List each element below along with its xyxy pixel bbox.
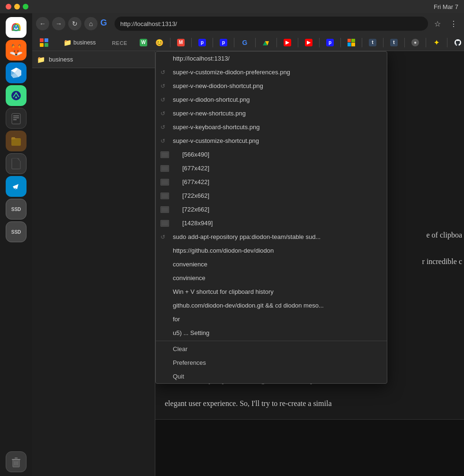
preferences-button[interactable]: Preferences <box>156 356 387 370</box>
forward-button[interactable]: → <box>52 17 65 30</box>
clipboard-item-5[interactable]: ↺ super-v-keyboard-shortcuts.png <box>156 120 387 134</box>
bookmark-p3[interactable]: p <box>322 37 338 48</box>
clipboard-item-1[interactable]: ↺ super-v-customize-diodon-preferences.p… <box>156 65 387 79</box>
clipboard-item-6-text: super-v-customize-shortcut.png <box>173 137 259 144</box>
bookmark-google[interactable]: G <box>237 37 252 48</box>
bookmark-business[interactable]: 📁 business <box>60 37 99 48</box>
bookmark-yt2[interactable]: ▶ <box>301 37 316 48</box>
clipboard-item-2-text: super-v-new-diodon-shortcut.png <box>173 82 263 89</box>
home-button[interactable]: ⌂ <box>84 17 98 30</box>
github-favicon <box>454 39 462 46</box>
bookmark-div9 <box>319 38 320 47</box>
clipboard-item-3[interactable]: ↺ super-v-diodon-shortcut.png <box>156 93 387 106</box>
bookmark-div13 <box>404 38 405 47</box>
clipboard-item-19[interactable]: for <box>156 312 387 326</box>
thumbnail-icon-11 <box>161 206 169 213</box>
clear-label: Clear <box>173 345 187 353</box>
dock-android-studio[interactable] <box>6 85 27 106</box>
traffic-light-green[interactable] <box>23 4 28 9</box>
clipboard-item-12[interactable]: ↺ [1428x949] <box>156 216 387 230</box>
clipboard-item-2[interactable]: ↺ super-v-new-diodon-shortcut.png <box>156 79 387 93</box>
dock-files[interactable] <box>6 131 27 151</box>
apps-grid-icon <box>40 38 48 47</box>
clipboard-item-18[interactable]: github.com/diodon-dev/diodon.git && cd d… <box>156 299 387 312</box>
circle-favicon: ● <box>411 39 419 46</box>
bottom-screenshot <box>155 419 464 476</box>
toolbar-menu-icon[interactable]: ⋮ <box>447 17 460 30</box>
clipboard-item-15[interactable]: convenience <box>156 257 387 271</box>
bookmark-circle[interactable]: ● <box>408 37 423 48</box>
history-icon-5: ↺ <box>161 124 165 131</box>
clipboard-item-17[interactable]: Win + V shortcut for clipboard history <box>156 285 387 299</box>
clear-button[interactable]: Clear <box>156 342 387 356</box>
address-bar[interactable] <box>115 17 428 31</box>
bookmark-div4 <box>213 38 213 47</box>
clipboard-item-7-text: [566x490] <box>173 151 209 158</box>
sidebar-header: 📁 business <box>32 51 155 68</box>
bookmark-p2[interactable]: p <box>216 37 231 48</box>
bookmark-t1[interactable]: t <box>365 37 380 48</box>
bookmark-star[interactable]: ✦ <box>429 37 444 48</box>
dock-vscode[interactable] <box>6 62 27 83</box>
bookmark-ms[interactable] <box>344 37 359 48</box>
dock-ssd1[interactable]: SSD <box>6 199 27 220</box>
clipboard-item-9[interactable]: ↺ [677x422] <box>156 175 387 189</box>
dock-firefox[interactable]: 🦊 <box>6 40 27 61</box>
dock-notes[interactable] <box>6 108 27 129</box>
star-favicon: ✦ <box>433 39 440 46</box>
bookmark-github[interactable] <box>450 37 464 48</box>
traffic-light-red[interactable] <box>6 4 11 9</box>
dock-trash[interactable] <box>6 451 27 472</box>
browser-window: ← → ↻ ⌂ G ☆ ⋮ 📁 business RECE W <box>32 13 464 476</box>
clipboard-item-10[interactable]: ↺ [722x662] <box>156 189 387 203</box>
reload-button[interactable]: ↻ <box>68 17 81 30</box>
system-bar: Fri Mar 7 <box>0 0 464 13</box>
drive-favicon <box>262 39 270 46</box>
dock-chrome[interactable] <box>6 17 27 38</box>
apps-grid-button[interactable] <box>36 36 52 49</box>
clipboard-item-14[interactable]: https://github.com/diodon-dev/diodon <box>156 244 387 257</box>
google-logo: G <box>100 18 112 29</box>
bookmark-div6 <box>255 38 256 47</box>
bookmark-div2 <box>170 38 170 47</box>
clipboard-item-9-text: [677x422] <box>173 178 209 185</box>
clipboard-item-18-text: github.com/diodon-dev/diodon.git && cd d… <box>173 302 324 309</box>
clipboard-item-4[interactable]: ↺ super-v-new-shortcuts.png <box>156 106 387 120</box>
bookmark-t2[interactable]: t <box>386 37 402 48</box>
bookmark-emoji[interactable]: 😊 <box>152 37 167 48</box>
clipboard-item-1-text: super-v-customize-diodon-preferences.png <box>173 69 290 76</box>
bookmark-p1[interactable]: p <box>195 37 210 48</box>
bookmark-div10 <box>340 38 341 47</box>
bookmark-div15 <box>447 38 447 47</box>
toolbar-extension-icon[interactable]: ☆ <box>431 17 444 30</box>
clipboard-item-7[interactable]: ↺ [566x490] <box>156 148 387 161</box>
ms-favicon <box>348 39 355 46</box>
dock-blank[interactable] <box>6 153 27 174</box>
main-content: e of clipboa r incredible c There are ma… <box>155 51 464 476</box>
bookmark-yt1[interactable]: ▶ <box>280 37 295 48</box>
bookmark-gmail[interactable]: M <box>173 37 188 48</box>
clipboard-divider <box>156 341 387 341</box>
back-button[interactable]: ← <box>36 17 49 30</box>
svg-rect-5 <box>12 114 20 124</box>
traffic-light-yellow[interactable] <box>14 4 20 9</box>
clipboard-item-8[interactable]: ↺ [677x422] <box>156 161 387 175</box>
bookmark-whatsapp[interactable]: W <box>136 37 151 48</box>
t2-favicon: t <box>390 39 398 46</box>
clipboard-item-20[interactable]: u5) ... Setting <box>156 326 387 340</box>
clipboard-item-13[interactable]: ↺ sudo add-apt-repository ppa:diodon-tea… <box>156 230 387 244</box>
quit-button[interactable]: Quit <box>156 370 387 383</box>
clipboard-item-16[interactable]: convinience <box>156 271 387 285</box>
bookmark-drive[interactable] <box>259 37 274 48</box>
clipboard-item-10-text: [722x662] <box>173 192 209 199</box>
dock-ssd2[interactable]: SSD <box>6 221 27 242</box>
clipboard-item-11[interactable]: ↺ [722x662] <box>156 203 387 216</box>
clipboard-item-3-text: super-v-diodon-shortcut.png <box>173 96 250 103</box>
clipboard-item-20-text: u5) ... Setting <box>173 329 209 336</box>
clipboard-item-0[interactable]: http://localhost:1313/ <box>156 52 387 65</box>
clipboard-item-5-text: super-v-keyboard-shortcuts.png <box>173 123 260 131</box>
dock-telegram[interactable] <box>6 176 27 197</box>
clipboard-item-14-text: https://github.com/diodon-dev/diodon <box>173 247 274 254</box>
bookmarks-bar: 📁 business RECE W 😊 M p p <box>32 34 464 51</box>
clipboard-item-6[interactable]: ↺ super-v-customize-shortcut.png <box>156 134 387 148</box>
